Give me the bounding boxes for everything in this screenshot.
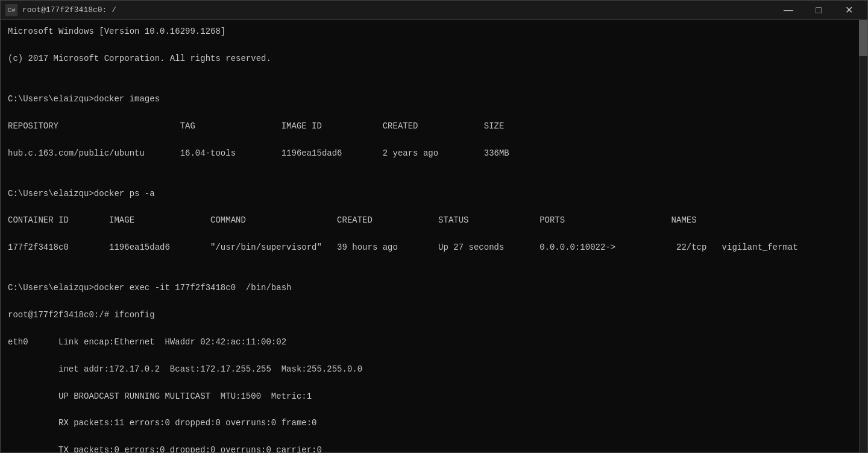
terminal-line: RX packets:11 errors:0 dropped:0 overrun…	[8, 416, 860, 429]
terminal-line: C:\Users\elaizqu>docker images	[8, 92, 860, 106]
terminal-line: inet addr:172.17.0.2 Bcast:172.17.255.25…	[8, 363, 860, 376]
scrollbar-thumb[interactable]	[859, 20, 867, 56]
terminal-window: C# root@177f2f3418c0: / — □ ✕ Microsoft …	[0, 0, 868, 453]
titlebar: C# root@177f2f3418c0: / — □ ✕	[1, 1, 867, 20]
close-button[interactable]: ✕	[835, 1, 863, 20]
terminal-line: CONTAINER ID IMAGE COMMAND CREATED STATU…	[8, 214, 860, 227]
window-controls: — □ ✕	[775, 1, 863, 20]
app-icon: C#	[5, 4, 17, 16]
terminal-line: C:\Users\elaizqu>docker exec -it 177f2f3…	[8, 281, 860, 294]
scrollbar-track[interactable]	[859, 20, 867, 452]
terminal-line: 177f2f3418c0 1196ea15dad6 "/usr/bin/supe…	[8, 241, 860, 254]
terminal-content[interactable]: Microsoft Windows [Version 10.0.16299.12…	[1, 20, 867, 452]
titlebar-left: C# root@177f2f3418c0: /	[5, 4, 116, 16]
terminal-line: root@177f2f3418c0:/# ifconfig	[8, 308, 860, 322]
terminal-line: C:\Users\elaizqu>docker ps -a	[8, 187, 860, 200]
terminal-line: eth0 Link encap:Ethernet HWaddr 02:42:ac…	[8, 335, 860, 349]
terminal-output: Microsoft Windows [Version 10.0.16299.12…	[8, 25, 860, 452]
terminal-line: REPOSITORY TAG IMAGE ID CREATED SIZE	[8, 119, 860, 133]
terminal-line: hub.c.163.com/public/ubuntu 16.04-tools …	[8, 147, 860, 160]
window-title: root@177f2f3418c0: /	[22, 5, 116, 14]
maximize-button[interactable]: □	[805, 1, 832, 20]
terminal-line: TX packets:0 errors:0 dropped:0 overruns…	[8, 443, 860, 452]
terminal-line: UP BROADCAST RUNNING MULTICAST MTU:1500 …	[8, 390, 860, 403]
terminal-line: Microsoft Windows [Version 10.0.16299.12…	[8, 25, 860, 38]
terminal-line: (c) 2017 Microsoft Corporation. All righ…	[8, 52, 860, 65]
minimize-button[interactable]: —	[775, 1, 802, 20]
